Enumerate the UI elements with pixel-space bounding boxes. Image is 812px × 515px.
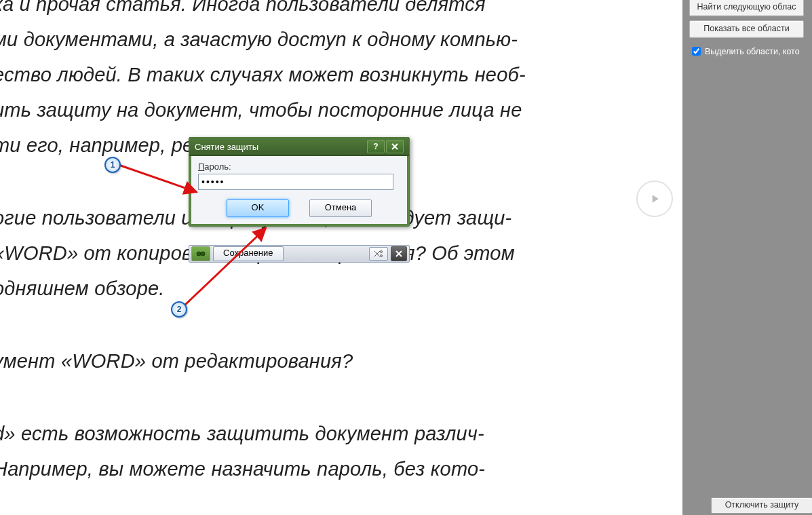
close-icon xyxy=(391,142,399,151)
tape-icon xyxy=(196,250,206,257)
doc-line: d» есть возможность защитить документ ра… xyxy=(0,423,484,444)
svg-point-1 xyxy=(201,252,205,256)
remove-protection-dialog: Снятие защиты ? Пароль: OK Отмена xyxy=(189,137,410,227)
doc-line: ка и прочая статья. Иногда пользователи … xyxy=(0,0,486,15)
password-label: Пароль: xyxy=(198,161,400,172)
dialog-titlebar[interactable]: Снятие защиты ? xyxy=(189,138,409,156)
scissors-icon xyxy=(374,250,383,257)
doc-line: одняшнем обзоре. xyxy=(0,278,165,299)
ok-button[interactable]: OK xyxy=(227,199,289,217)
svg-point-3 xyxy=(381,255,383,257)
protection-side-panel: Найти следующую облас Показать все облас… xyxy=(682,0,812,515)
recorder-save-button[interactable]: Сохранение xyxy=(213,246,284,261)
password-input[interactable] xyxy=(198,174,393,190)
find-next-region-button[interactable]: Найти следующую облас xyxy=(689,0,804,16)
close-icon xyxy=(395,250,402,257)
recorder-close-button[interactable] xyxy=(391,246,407,261)
dialog-help-button[interactable]: ? xyxy=(367,140,385,153)
svg-point-0 xyxy=(197,252,201,256)
show-all-regions-button[interactable]: Показать все области xyxy=(689,20,804,38)
play-icon xyxy=(648,192,661,206)
doc-line: Например, вы можете назначить пароль, бе… xyxy=(0,458,485,480)
doc-line: умент «WORD» от редактирования? xyxy=(0,350,353,372)
cancel-button[interactable]: Отмена xyxy=(309,199,372,217)
annotation-marker-2: 2 xyxy=(171,301,187,318)
recorder-status-icon[interactable] xyxy=(191,246,210,261)
highlight-regions-checkbox[interactable] xyxy=(692,47,701,56)
disable-protection-button[interactable]: Отключить защиту xyxy=(711,497,812,514)
dialog-body: Пароль: OK Отмена xyxy=(189,156,409,226)
doc-line: ми документами, а зачастую доступ к одно… xyxy=(0,28,518,50)
recorder-toolbar: Сохранение xyxy=(189,245,410,263)
highlight-regions-label: Выделить области, кото xyxy=(705,47,800,56)
recorder-tool-button[interactable] xyxy=(369,247,388,261)
annotation-marker-1: 1 xyxy=(104,157,121,173)
next-image-button[interactable] xyxy=(636,180,673,217)
dialog-close-button[interactable] xyxy=(386,140,404,153)
svg-point-2 xyxy=(381,251,383,253)
doc-line: ество людей. В таких случаях может возни… xyxy=(0,64,526,85)
highlight-regions-checkbox-row[interactable]: Выделить области, кото xyxy=(689,45,812,58)
dialog-title-text: Снятие защиты xyxy=(195,142,366,152)
doc-line: ить защиту на документ, чтобы посторонни… xyxy=(0,99,522,121)
